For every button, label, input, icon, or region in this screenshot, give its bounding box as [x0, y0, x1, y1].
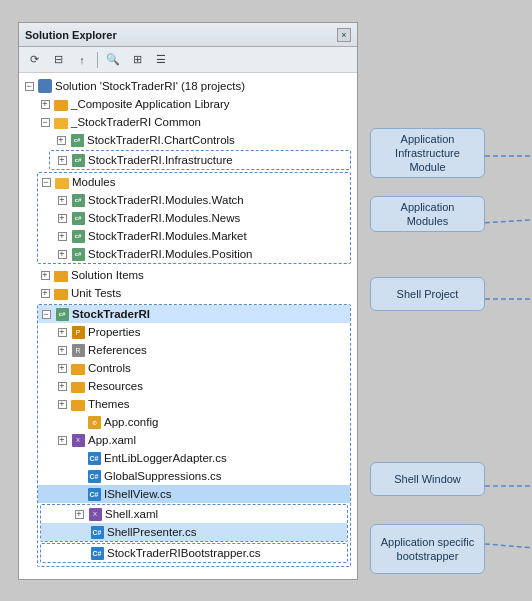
se-toolbar: ⟳ ⊟ ↑ 🔍 ⊞ ☰ [19, 47, 357, 73]
expand-position-icon: + [54, 246, 70, 262]
tree-item-market[interactable]: + c# StockTraderRI.Modules.Market [38, 227, 350, 245]
tree-item-resources[interactable]: + Resources [38, 377, 350, 395]
toolbar-open-button[interactable]: ⊟ [47, 50, 69, 70]
expand-ishellview-icon [70, 486, 86, 502]
tree-item-solution[interactable]: − Solution 'StockTraderRI' (18 projects) [19, 77, 357, 95]
tree-item-solutionitems[interactable]: + Solution Items [19, 266, 357, 284]
references-label: References [88, 344, 147, 356]
expand-watch-icon: + [54, 192, 70, 208]
tree-item-globalsuppressions[interactable]: C# GlobalSuppressions.cs [38, 467, 350, 485]
resources-label: Resources [88, 380, 143, 392]
appconfig-icon: ⚙ [86, 414, 102, 430]
expand-resources-icon: + [54, 378, 70, 394]
tree-item-appxaml[interactable]: + X App.xaml [38, 431, 350, 449]
expand-solutionitems-icon: + [37, 267, 53, 283]
appxaml-icon: X [70, 432, 86, 448]
annotation-app-modules-label: Application Modules [379, 200, 476, 229]
infra-label: StockTraderRI.Infrastructure [88, 154, 233, 166]
toolbar-up-button[interactable]: ↑ [71, 50, 93, 70]
watch-label: StockTraderRI.Modules.Watch [88, 194, 244, 206]
annotation-shell-project-label: Shell Project [397, 287, 459, 301]
tree-item-unittests[interactable]: + Unit Tests [19, 284, 357, 302]
tree-item-entliblogger[interactable]: C# EntLibLoggerAdapter.cs [38, 449, 350, 467]
bootstrapper-label: StockTraderRIBootstrapper.cs [107, 547, 261, 559]
composite-label: _Composite Application Library [71, 98, 230, 110]
toolbar-separator-1 [97, 52, 98, 68]
main-container: Solution Explorer × ⟳ ⊟ ↑ 🔍 ⊞ ☰ − Soluti… [0, 0, 532, 601]
themes-folder-icon [70, 396, 86, 412]
toolbar-grid-button[interactable]: ⊞ [126, 50, 148, 70]
expand-controls-icon: + [54, 360, 70, 376]
tree-item-chartcontrols[interactable]: + c# StockTraderRI.ChartControls [19, 131, 357, 149]
ishellview-label: IShellView.cs [104, 488, 172, 500]
tree-item-shellpresenter[interactable]: C# ShellPresenter.cs [41, 523, 347, 541]
annotation-shell-window-label: Shell Window [394, 472, 461, 486]
close-button[interactable]: × [337, 28, 351, 42]
stocktraderri-icon: c# [54, 306, 70, 322]
tree-item-properties[interactable]: + P Properties [38, 323, 350, 341]
globalsuppressions-icon: C# [86, 468, 102, 484]
solution-icon [37, 78, 53, 94]
composite-folder-icon [53, 96, 69, 112]
shellxaml-dashed-group: + X Shell.xaml C# ShellPresenter.cs [40, 504, 348, 542]
globalsuppressions-label: GlobalSuppressions.cs [104, 470, 222, 482]
properties-icon: P [70, 324, 86, 340]
expand-common-icon: − [37, 114, 53, 130]
tree-item-appconfig[interactable]: ⚙ App.config [38, 413, 350, 431]
infrastructure-dashed-group: + c# StockTraderRI.Infrastructure [49, 150, 351, 170]
tree-item-watch[interactable]: + c# StockTraderRI.Modules.Watch [38, 191, 350, 209]
solution-explorer-titlebar: Solution Explorer × [19, 23, 357, 47]
annotation-bootstrapper-label: Application specific bootstrapper [379, 535, 476, 564]
tree-item-stocktraderri[interactable]: − c# StockTraderRI [38, 305, 350, 323]
unittests-label: Unit Tests [71, 287, 121, 299]
expand-bootstrapper-icon [73, 545, 89, 561]
toolbar-refresh-button[interactable]: ⟳ [23, 50, 45, 70]
annotation-app-infra: Application Infrastructure Module [370, 128, 485, 178]
tree-item-references[interactable]: + R References [38, 341, 350, 359]
expand-shellxaml-icon: + [71, 506, 87, 522]
expand-globalsuppressions-icon [70, 468, 86, 484]
modules-label: Modules [72, 176, 115, 188]
tree-item-bootstrapper[interactable]: C# StockTraderRIBootstrapper.cs [41, 544, 347, 562]
expand-appxaml-icon: + [54, 432, 70, 448]
entliblogger-label: EntLibLoggerAdapter.cs [104, 452, 227, 464]
expand-themes-icon: + [54, 396, 70, 412]
tree-item-controls[interactable]: + Controls [38, 359, 350, 377]
expand-stocktraderri-icon: − [38, 306, 54, 322]
common-folder-icon [53, 114, 69, 130]
toolbar-search-button[interactable]: 🔍 [102, 50, 124, 70]
tree-item-composite[interactable]: + _Composite Application Library [19, 95, 357, 113]
tree-item-shellxaml[interactable]: + X Shell.xaml [41, 505, 347, 523]
tree-item-position[interactable]: + c# StockTraderRI.Modules.Position [38, 245, 350, 263]
shellpresenter-icon: C# [89, 524, 105, 540]
expand-modules-icon: − [38, 174, 54, 190]
expand-appconfig-icon [70, 414, 86, 430]
expand-composite-icon: + [37, 96, 53, 112]
annotation-shell-window: Shell Window [370, 462, 485, 496]
appxaml-label: App.xaml [88, 434, 136, 446]
themes-label: Themes [88, 398, 130, 410]
tree-item-news[interactable]: + c# StockTraderRI.Modules.News [38, 209, 350, 227]
tree-item-ishellview[interactable]: C# IShellView.cs [38, 485, 350, 503]
chartcontrols-label: StockTraderRI.ChartControls [87, 134, 235, 146]
tree-item-common[interactable]: − _StockTraderRI Common [19, 113, 357, 131]
annotation-shell-project: Shell Project [370, 277, 485, 311]
annotation-bootstrapper: Application specific bootstrapper [370, 524, 485, 574]
market-label: StockTraderRI.Modules.Market [88, 230, 247, 242]
shellxaml-icon: X [87, 506, 103, 522]
solutionitems-folder-icon [53, 267, 69, 283]
news-icon: c# [70, 210, 86, 226]
shellxaml-label: Shell.xaml [105, 508, 158, 520]
tree-item-infrastructure[interactable]: + c# StockTraderRI.Infrastructure [50, 151, 350, 169]
expand-properties-icon: + [54, 324, 70, 340]
tree-item-themes[interactable]: + Themes [38, 395, 350, 413]
unittests-folder-icon [53, 285, 69, 301]
market-icon: c# [70, 228, 86, 244]
controls-folder-icon [70, 360, 86, 376]
modules-folder-icon [54, 174, 70, 190]
toolbar-menu-button[interactable]: ☰ [150, 50, 172, 70]
tree-item-modules[interactable]: − Modules [38, 173, 350, 191]
expand-market-icon: + [54, 228, 70, 244]
controls-label: Controls [88, 362, 131, 374]
expand-shellpresenter-icon [73, 524, 89, 540]
